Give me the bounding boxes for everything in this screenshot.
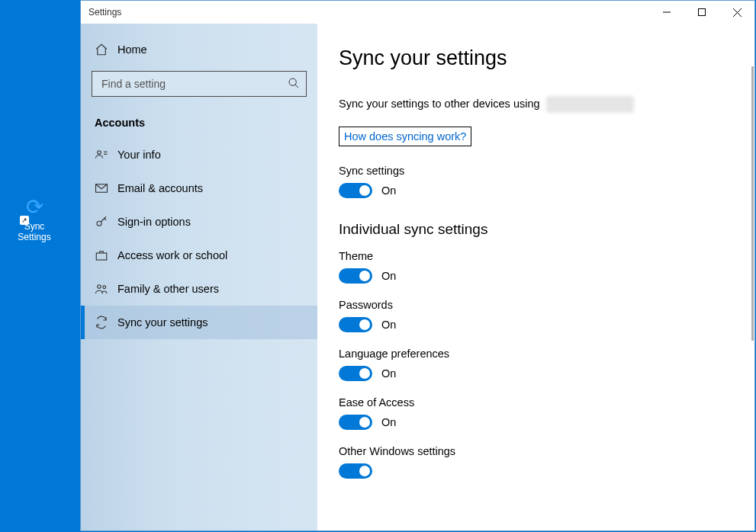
setting-label: Ease of Access <box>339 396 754 409</box>
setting-label: Passwords <box>339 299 754 311</box>
toggle-passwords[interactable] <box>339 317 372 332</box>
close-button[interactable] <box>719 1 754 24</box>
svg-line-5 <box>295 85 298 88</box>
search-input[interactable] <box>100 77 288 91</box>
mail-icon <box>95 181 117 195</box>
sidebar-item-label: Sign-in options <box>117 216 191 228</box>
how-syncing-works-link[interactable]: How does syncing work? <box>339 127 471 146</box>
shortcut-arrow-icon: ↗ <box>20 216 29 225</box>
toggle-theme[interactable] <box>339 268 372 284</box>
desktop-shortcut-sync-settings[interactable]: ⟳ ↗ Sync Settings <box>8 194 61 242</box>
toggle-language-preferences[interactable] <box>339 366 372 381</box>
people-icon <box>95 282 117 296</box>
content-pane: Sync your settings Sync your settings to… <box>317 24 754 530</box>
sidebar-item-label: Email & accounts <box>117 182 203 194</box>
setting-passwords: Passwords On <box>339 299 754 332</box>
setting-other-windows-settings: Other Windows settings <box>339 445 754 479</box>
svg-rect-11 <box>96 253 107 260</box>
search-icon <box>288 77 300 91</box>
svg-point-6 <box>98 151 101 155</box>
svg-point-13 <box>103 286 106 289</box>
page-title: Sync your settings <box>339 46 754 70</box>
svg-point-10 <box>97 221 101 226</box>
toggle-state: On <box>381 319 396 331</box>
setting-label: Other Windows settings <box>339 445 754 457</box>
sync-icon: ⟳ <box>8 194 61 220</box>
setting-language-preferences: Language preferences On <box>339 348 754 381</box>
svg-point-12 <box>98 285 101 289</box>
sidebar-section-header: Accounts <box>81 104 317 133</box>
toggle-sync-settings[interactable] <box>339 183 372 198</box>
sidebar-item-email-accounts[interactable]: Email & accounts <box>81 171 317 205</box>
sidebar-item-signin-options[interactable]: Sign-in options <box>81 205 317 239</box>
toggle-state: On <box>381 367 396 380</box>
key-icon <box>95 215 117 229</box>
briefcase-icon <box>95 248 117 262</box>
sync-icon <box>95 316 117 329</box>
sidebar-item-your-info[interactable]: Your info <box>81 138 317 171</box>
home-icon <box>95 43 117 56</box>
sidebar-item-label: Access work or school <box>117 249 227 261</box>
minimize-button[interactable] <box>649 1 684 24</box>
sidebar-item-label: Sync your settings <box>117 316 207 328</box>
minimize-icon <box>663 8 671 16</box>
sidebar-item-family-other-users[interactable]: Family & other users <box>81 272 317 306</box>
toggle-other-windows-settings[interactable] <box>339 463 372 479</box>
svg-rect-1 <box>699 9 706 16</box>
toggle-ease-of-access[interactable] <box>339 415 372 430</box>
window-title: Settings <box>88 7 649 18</box>
sidebar-item-label: Your info <box>117 149 161 161</box>
subheading-individual: Individual sync settings <box>339 221 754 238</box>
sync-description: Sync your settings to other devices usin… <box>339 96 754 113</box>
titlebar: Settings <box>81 1 754 24</box>
setting-label: Sync settings <box>339 165 754 177</box>
search-input-wrapper[interactable] <box>92 71 307 97</box>
redacted-account <box>546 96 634 113</box>
svg-point-4 <box>289 79 296 85</box>
maximize-icon <box>698 8 706 16</box>
setting-sync-settings: Sync settings On <box>339 165 754 198</box>
close-icon <box>733 8 742 17</box>
sidebar-item-access-work-school[interactable]: Access work or school <box>81 239 317 272</box>
maximize-button[interactable] <box>684 1 719 24</box>
toggle-state: On <box>381 270 396 282</box>
toggle-state: On <box>381 184 396 197</box>
person-card-icon <box>95 148 117 162</box>
sidebar-item-sync-your-settings[interactable]: Sync your settings <box>81 306 317 339</box>
sidebar-home-label: Home <box>117 43 147 56</box>
sidebar-item-label: Family & other users <box>117 283 219 295</box>
scrollbar[interactable] <box>751 66 754 341</box>
setting-label: Theme <box>339 250 754 262</box>
toggle-state: On <box>381 416 396 428</box>
setting-theme: Theme On <box>339 250 754 284</box>
settings-window: Settings Home <box>80 0 755 531</box>
sidebar-home[interactable]: Home <box>81 33 317 66</box>
setting-label: Language preferences <box>339 348 754 360</box>
setting-ease-of-access: Ease of Access On <box>339 396 754 430</box>
sidebar: Home Accounts Your info <box>81 24 317 530</box>
window-controls <box>649 1 754 24</box>
